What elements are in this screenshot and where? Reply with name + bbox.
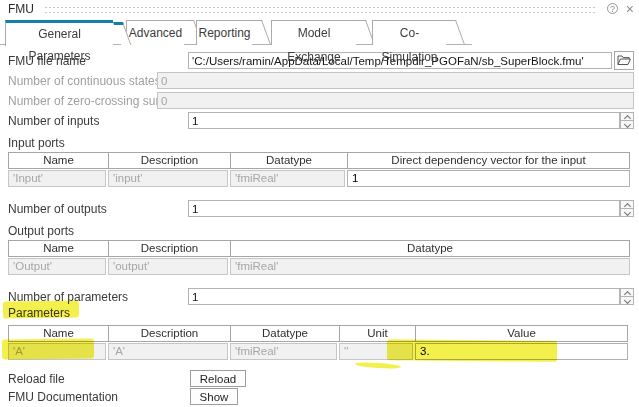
help-icon[interactable]: ? xyxy=(607,3,618,14)
num-outputs-input[interactable] xyxy=(188,200,620,217)
reload-button[interactable]: Reload xyxy=(190,370,246,387)
parameters-data-row: 'A' 'A' 'fmiReal' '' 3. xyxy=(8,343,628,360)
parameter-name-cell: 'A' xyxy=(8,343,106,360)
parameter-unit-cell: '' xyxy=(339,343,413,360)
show-documentation-button[interactable]: Show xyxy=(190,388,238,405)
num-inputs-spinner xyxy=(620,112,634,130)
column-header: Datatype xyxy=(231,326,340,341)
reload-file-label: Reload file xyxy=(8,372,65,386)
num-continuous-states-input xyxy=(157,72,634,89)
input-ports-section-label: Input ports xyxy=(8,136,65,150)
num-continuous-states-label: Number of continuous states xyxy=(8,74,161,88)
tab-co-simulation[interactable]: Co-Simulation xyxy=(372,20,446,45)
chevron-down-icon xyxy=(624,121,631,128)
num-outputs-spinner xyxy=(620,200,634,218)
output-ports-section-label: Output ports xyxy=(8,224,74,238)
column-header: Direct dependency vector for the input xyxy=(348,153,629,168)
highlight-stroke-tail xyxy=(355,361,401,369)
column-header: Value xyxy=(416,326,627,341)
column-header: Description xyxy=(109,153,231,168)
num-zero-crossing-surfaces-input xyxy=(157,92,634,109)
chevron-down-icon xyxy=(624,297,631,304)
tab-label: General Parameters xyxy=(28,27,90,63)
output-name-cell: 'Output' xyxy=(8,258,106,275)
tab-label: Reporting xyxy=(198,26,250,40)
browse-file-button[interactable] xyxy=(614,51,634,70)
fmu-parameters-panel: FMU ? × General Parameters Advanced Repo… xyxy=(0,0,639,407)
parameters-section-label: Parameters xyxy=(8,306,70,320)
column-header: Datatype xyxy=(231,153,348,168)
parameter-datatype-cell: 'fmiReal' xyxy=(230,343,337,360)
column-header: Name xyxy=(9,326,109,341)
window-title: FMU xyxy=(8,2,34,16)
title-bar: FMU ? × xyxy=(0,0,639,19)
input-ports-table: Name Description Datatype Direct depende… xyxy=(8,152,630,187)
tab-label: Advanced xyxy=(129,26,182,40)
output-ports-data-row: 'Output' 'output' 'fmiReal' xyxy=(8,258,630,275)
chevron-down-icon xyxy=(624,209,631,216)
column-header: Unit xyxy=(340,326,416,341)
tab-bar: General Parameters Advanced Reporting Mo… xyxy=(0,20,472,45)
input-direct-dependency-cell[interactable]: 1 xyxy=(347,170,630,187)
fmu-documentation-label: FMU Documentation xyxy=(8,390,118,404)
column-header: Datatype xyxy=(231,241,629,256)
output-description-cell: 'output' xyxy=(108,258,228,275)
tab-label: Model Exchange xyxy=(287,26,340,64)
input-ports-header-row: Name Description Datatype Direct depende… xyxy=(8,152,630,169)
output-ports-header-row: Name Description Datatype xyxy=(8,240,630,257)
spinner-down-button[interactable] xyxy=(620,120,634,129)
output-ports-table: Name Description Datatype 'Output' 'outp… xyxy=(8,240,630,275)
parameter-value-cell[interactable]: 3. xyxy=(415,343,628,360)
column-header: Name xyxy=(9,241,109,256)
input-description-cell: 'input' xyxy=(108,170,228,187)
num-inputs-input[interactable] xyxy=(188,112,620,129)
input-datatype-cell: 'fmiReal' xyxy=(230,170,345,187)
column-header: Name xyxy=(9,153,109,168)
input-ports-data-row: 'Input' 'input' 'fmiReal' 1 xyxy=(8,170,630,187)
num-outputs-label: Number of outputs xyxy=(8,202,107,216)
column-header: Description xyxy=(109,241,231,256)
spinner-down-button[interactable] xyxy=(620,208,634,217)
tab-model-exchange[interactable]: Model Exchange xyxy=(271,20,356,45)
tab-label: Co-Simulation xyxy=(381,26,437,64)
output-datatype-cell: 'fmiReal' xyxy=(230,258,630,275)
input-name-cell: 'Input' xyxy=(8,170,106,187)
drag-handle-texture[interactable] xyxy=(44,5,597,14)
tab-general-parameters[interactable]: General Parameters xyxy=(5,20,113,46)
tab-advanced[interactable]: Advanced xyxy=(126,20,184,45)
close-icon[interactable]: × xyxy=(626,1,634,17)
tab-reporting[interactable]: Reporting xyxy=(196,20,252,45)
folder-open-icon xyxy=(617,55,631,66)
num-parameters-spinner xyxy=(620,288,634,306)
num-inputs-label: Number of inputs xyxy=(8,114,99,128)
num-parameters-input[interactable] xyxy=(188,288,620,305)
parameter-description-cell: 'A' xyxy=(108,343,228,360)
spinner-down-button[interactable] xyxy=(620,296,634,305)
parameters-header-row: Name Description Datatype Unit Value xyxy=(8,325,628,342)
column-header: Description xyxy=(109,326,231,341)
num-parameters-label: Number of parameters xyxy=(8,290,128,304)
parameters-table: Name Description Datatype Unit Value 'A'… xyxy=(8,325,628,360)
